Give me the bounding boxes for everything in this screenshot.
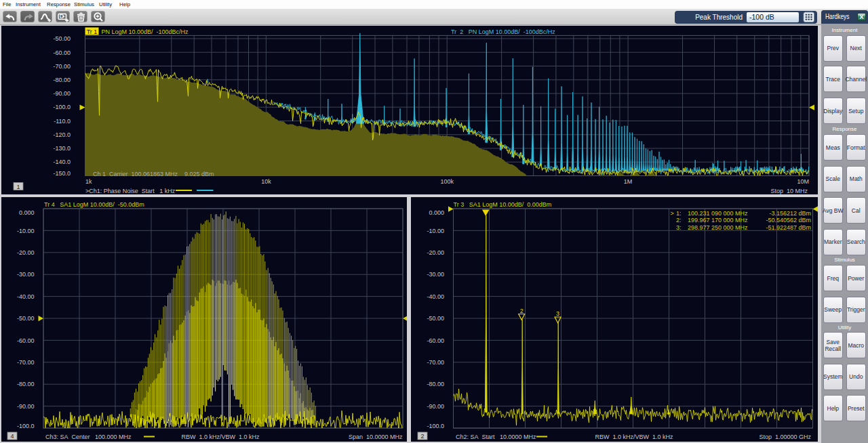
svg-text:-10.00: -10.00 [17, 228, 35, 234]
svg-text:-50.00: -50.00 [427, 315, 444, 322]
svg-text:100.231 090 000 MHz: 100.231 090 000 MHz [688, 210, 748, 217]
svg-text:-60.00: -60.00 [53, 49, 71, 56]
svg-text:-120.0: -120.0 [53, 131, 71, 138]
svg-text:199.967 170 000 MHz: 199.967 170 000 MHz [688, 217, 748, 224]
svg-text:Stop 1.00000 GHz: Stop 1.00000 GHz [759, 434, 811, 440]
svg-text:-40.00: -40.00 [17, 293, 35, 300]
svg-text:2:: 2: [676, 217, 682, 224]
svg-text:>Ch1: Phase Noise Start 1 k: >Ch1: Phase Noise Start 1 kHz [85, 188, 176, 194]
svg-text:1k: 1k [85, 178, 92, 185]
svg-text:Tr 3 SA1 LogM 10.00dB/ 0.00: Tr 3 SA1 LogM 10.00dB/ 0.00dBm [454, 201, 552, 208]
svg-text:-40.00: -40.00 [427, 293, 444, 300]
svg-text:-90.00: -90.00 [53, 90, 71, 97]
svg-text:298.977 250 000 MHz: 298.977 250 000 MHz [688, 224, 748, 231]
svg-text:-30.00: -30.00 [17, 271, 35, 278]
svg-text:Ch 1 Carrier 100.061863 MHz: Ch 1 Carrier 100.061863 MHz 9.025 dBm [93, 171, 214, 177]
svg-text:3:: 3: [676, 224, 682, 231]
svg-text:Tr 2 PN LogM 10.00dB/ -100: Tr 2 PN LogM 10.00dB/ -100dBc/Hz [451, 28, 555, 35]
svg-text:-20.00: -20.00 [427, 249, 444, 256]
svg-text:0.000: 0.000 [19, 209, 35, 216]
svg-text:>: > [671, 210, 674, 217]
svg-text:-100.0: -100.0 [427, 423, 444, 429]
svg-text:4: 4 [10, 433, 14, 440]
svg-text:Stop 10 MHz: Stop 10 MHz [770, 188, 808, 194]
svg-text:-130.0: -130.0 [53, 145, 71, 152]
svg-text:-51.922487 dBm: -51.922487 dBm [766, 224, 811, 231]
svg-text:Span 10.0000 MHz: Span 10.0000 MHz [349, 434, 403, 440]
svg-text:2: 2 [420, 433, 424, 440]
svg-text:-50.00: -50.00 [17, 315, 35, 322]
svg-text:-70.00: -70.00 [53, 63, 71, 70]
svg-text:-50.00: -50.00 [53, 35, 71, 42]
svg-text:1M: 1M [624, 178, 633, 185]
svg-text:-110.0: -110.0 [54, 118, 71, 125]
svg-text:-100.0: -100.0 [17, 423, 35, 429]
svg-text:-100.0: -100.0 [53, 104, 71, 110]
svg-text:10M: 10M [797, 178, 809, 185]
svg-text:-80.00: -80.00 [53, 77, 71, 83]
svg-text:100k: 100k [440, 178, 454, 185]
svg-text:Ch2: SA Start 10.0000 MHz: Ch2: SA Start 10.0000 MHz [456, 434, 536, 440]
svg-text:-60.00: -60.00 [17, 337, 35, 344]
svg-text:1: 1 [16, 184, 20, 190]
svg-text:0.000: 0.000 [429, 209, 444, 216]
svg-text:RBW 1.0 kHz/VBW 1.0 kHz: RBW 1.0 kHz/VBW 1.0 kHz [181, 434, 260, 440]
svg-text:-70.00: -70.00 [427, 359, 444, 366]
svg-text:-90.00: -90.00 [427, 403, 444, 410]
svg-text:-70.00: -70.00 [17, 359, 35, 366]
svg-text:-150.0: -150.0 [53, 170, 71, 177]
svg-text:-20.00: -20.00 [17, 249, 35, 256]
svg-text:1:: 1: [676, 210, 682, 217]
svg-text:-80.00: -80.00 [427, 381, 444, 387]
svg-text:-80.00: -80.00 [17, 381, 35, 387]
svg-text:Tr 1: Tr 1 [87, 28, 98, 35]
svg-text:RBW 1.0 kHz/VBW 1.0 kHz: RBW 1.0 kHz/VBW 1.0 kHz [595, 434, 673, 440]
svg-text:2: 2 [520, 308, 524, 314]
svg-text:-50.540562 dBm: -50.540562 dBm [766, 217, 811, 224]
svg-text:PN LogM 10.00dB/ -100dBc/Hz: PN LogM 10.00dB/ -100dBc/Hz [102, 28, 189, 35]
svg-text:Ch3: SA Center 100.000 MHz: Ch3: SA Center 100.000 MHz [45, 434, 132, 440]
svg-text:-30.00: -30.00 [427, 271, 444, 278]
svg-text:-3.156212 dBm: -3.156212 dBm [769, 210, 811, 217]
svg-text:Tr 4 SA1 LogM 10.00dB/ -50.: Tr 4 SA1 LogM 10.00dB/ -50.0dBm [44, 201, 144, 208]
svg-text:3: 3 [556, 310, 559, 317]
svg-text:10k: 10k [261, 178, 271, 185]
svg-text:-10.00: -10.00 [427, 228, 444, 234]
svg-text:-140.0: -140.0 [53, 159, 71, 165]
svg-text:-60.00: -60.00 [427, 337, 444, 344]
svg-text:-90.00: -90.00 [17, 403, 35, 410]
